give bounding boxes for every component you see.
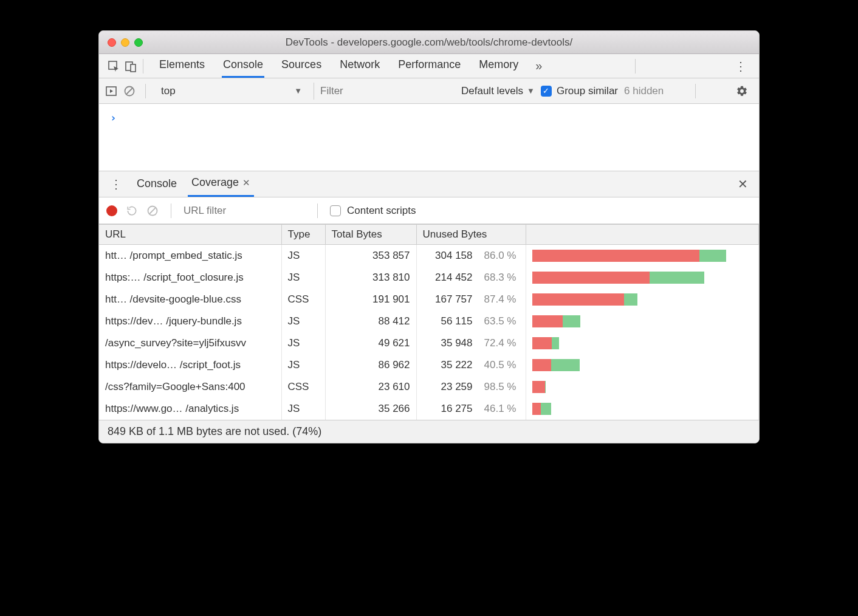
table-row[interactable]: /css?family=Google+Sans:400CSS23 61023 2… [99, 376, 759, 398]
window-zoom-button[interactable] [134, 38, 143, 47]
cell-url: /css?family=Google+Sans:400 [99, 376, 281, 398]
cell-type: JS [281, 245, 325, 267]
svg-rect-2 [131, 64, 136, 72]
cell-url: htt… /prompt_embed_static.js [99, 245, 281, 267]
group-similar-toggle[interactable]: ✓ Group similar [541, 85, 618, 97]
drawer-tab-coverage[interactable]: Coverage✕ [188, 171, 254, 197]
col-header-bar[interactable] [526, 225, 759, 245]
execution-play-icon[interactable] [105, 85, 117, 97]
checkbox-unchecked-icon [330, 205, 341, 216]
cell-unused-bytes: 35 94872.4 % [416, 332, 526, 354]
chevron-down-icon: ▼ [294, 86, 302, 95]
chevron-down-icon: ▼ [527, 86, 535, 95]
cell-url: https:… /script_foot_closure.js [99, 267, 281, 289]
window-title: DevTools - developers.google.com/web/too… [99, 36, 759, 49]
console-filter-input[interactable] [314, 83, 455, 100]
coverage-table: URL Type Total Bytes Unused Bytes htt… /… [99, 224, 759, 420]
record-button[interactable] [106, 205, 117, 216]
close-tab-icon[interactable]: ✕ [242, 177, 250, 188]
cell-total-bytes: 86 962 [325, 354, 416, 376]
cell-total-bytes: 313 810 [325, 267, 416, 289]
drawer-close-button[interactable]: ✕ [734, 177, 752, 191]
divider [317, 204, 318, 218]
cell-total-bytes: 88 412 [325, 310, 416, 332]
divider [145, 84, 146, 98]
coverage-status-bar: 849 KB of 1.1 MB bytes are not used. (74… [99, 420, 759, 443]
hidden-messages-count[interactable]: 6 hidden [624, 85, 664, 97]
tabs-overflow-button[interactable]: » [532, 59, 546, 73]
checkbox-checked-icon: ✓ [541, 86, 552, 97]
col-header-url[interactable]: URL [99, 225, 281, 245]
cell-usage-bar [526, 310, 759, 332]
drawer-header: ⋮ Console Coverage✕ ✕ [99, 171, 759, 197]
cell-unused-bytes: 304 15886.0 % [416, 245, 526, 267]
tab-sources[interactable]: Sources [280, 55, 323, 78]
table-row[interactable]: htt… /devsite-google-blue.cssCSS191 9011… [99, 289, 759, 310]
table-row[interactable]: https://develo… /script_foot.jsJS86 9623… [99, 354, 759, 376]
console-settings-icon[interactable] [731, 85, 753, 97]
cell-usage-bar [526, 354, 759, 376]
tab-console[interactable]: Console [222, 55, 264, 78]
cell-type: JS [281, 332, 325, 354]
cell-usage-bar [526, 289, 759, 310]
table-row[interactable]: htt… /prompt_embed_static.jsJS353 857304… [99, 245, 759, 267]
drawer-tab-console[interactable]: Console [133, 173, 180, 196]
cell-total-bytes: 23 610 [325, 376, 416, 398]
drawer-menu-button[interactable]: ⋮ [106, 177, 126, 191]
cell-unused-bytes: 167 75787.4 % [416, 289, 526, 310]
main-tabs: Elements Console Sources Network Perform… [158, 55, 520, 78]
devtools-window: DevTools - developers.google.com/web/too… [98, 30, 760, 443]
cell-total-bytes: 353 857 [325, 245, 416, 267]
cell-usage-bar [526, 267, 759, 289]
main-tabs-row: Elements Console Sources Network Perform… [99, 54, 759, 78]
device-toolbar-icon[interactable] [122, 58, 139, 75]
cell-url: https://develo… /script_foot.js [99, 354, 281, 376]
traffic-lights [99, 38, 143, 47]
inspect-element-icon[interactable] [105, 58, 122, 75]
cell-type: JS [281, 398, 325, 420]
window-close-button[interactable] [108, 38, 116, 47]
reload-icon[interactable] [126, 205, 138, 217]
table-row[interactable]: https:… /script_foot_closure.jsJS313 810… [99, 267, 759, 289]
execution-context-label: top [161, 85, 176, 97]
tab-elements[interactable]: Elements [158, 55, 206, 78]
log-levels-select[interactable]: Default levels ▼ [461, 85, 535, 97]
cell-type: JS [281, 354, 325, 376]
execution-context-select[interactable]: top ▼ [156, 83, 307, 100]
table-row[interactable]: https://www.go… /analytics.jsJS35 26616 … [99, 398, 759, 420]
table-row[interactable]: /async_survey?site=ylj5ifxusvvJS49 62135… [99, 332, 759, 354]
window-minimize-button[interactable] [121, 38, 129, 47]
console-toolbar: top ▼ Default levels ▼ ✓ Group similar 6… [99, 78, 759, 104]
coverage-toolbar: Content scripts [99, 197, 759, 224]
col-header-type[interactable]: Type [281, 225, 325, 245]
group-similar-label: Group similar [557, 85, 618, 97]
col-header-unused[interactable]: Unused Bytes [416, 225, 526, 245]
col-header-total[interactable]: Total Bytes [325, 225, 416, 245]
cell-url: htt… /devsite-google-blue.css [99, 289, 281, 310]
coverage-url-filter-input[interactable] [184, 205, 305, 217]
svg-line-5 [126, 88, 132, 94]
cell-total-bytes: 49 621 [325, 332, 416, 354]
console-prompt-icon: › [110, 111, 117, 124]
cell-type: JS [281, 267, 325, 289]
cell-url: /async_survey?site=ylj5ifxusvv [99, 332, 281, 354]
content-scripts-toggle[interactable]: Content scripts [330, 205, 416, 217]
cell-type: JS [281, 310, 325, 332]
window-titlebar: DevTools - developers.google.com/web/too… [99, 31, 759, 54]
cell-type: CSS [281, 376, 325, 398]
clear-icon[interactable] [146, 205, 159, 217]
cell-usage-bar [526, 332, 759, 354]
cell-unused-bytes: 214 45268.3 % [416, 267, 526, 289]
table-row[interactable]: https://dev… /jquery-bundle.jsJS88 41256… [99, 310, 759, 332]
tab-performance[interactable]: Performance [397, 55, 462, 78]
clear-console-icon[interactable] [123, 85, 136, 97]
svg-line-7 [149, 208, 156, 214]
cell-unused-bytes: 56 11563.5 % [416, 310, 526, 332]
tab-memory[interactable]: Memory [478, 55, 520, 78]
console-body[interactable]: › [99, 104, 759, 171]
tab-network[interactable]: Network [338, 55, 381, 78]
cell-total-bytes: 35 266 [325, 398, 416, 420]
settings-menu-button[interactable]: ⋮ [729, 59, 753, 74]
divider [143, 59, 143, 74]
cell-usage-bar [526, 376, 759, 398]
